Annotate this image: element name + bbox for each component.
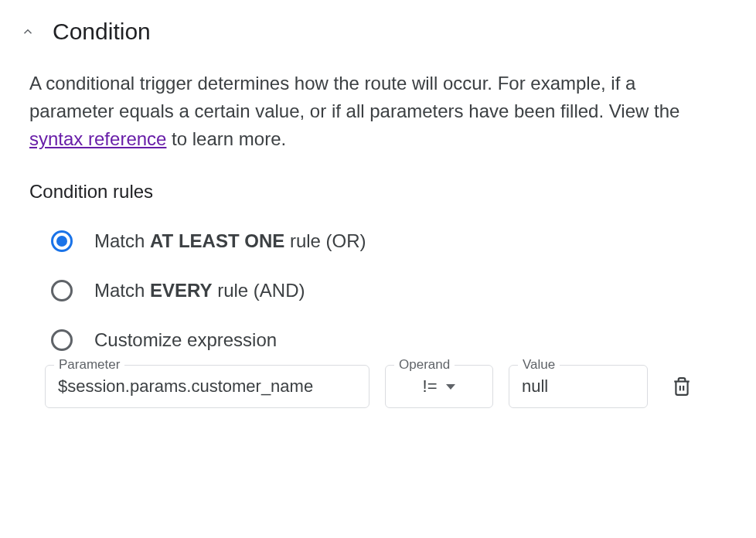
value-field-wrap: Value [509, 365, 648, 408]
radio-option-custom[interactable]: Customize expression [51, 329, 737, 351]
radio-icon [51, 329, 73, 351]
description-text-post: to learn more. [166, 128, 286, 149]
operand-label: Operand [394, 357, 455, 373]
radio-icon [51, 230, 73, 252]
section-title: Condition [53, 19, 151, 45]
trash-icon [672, 376, 692, 397]
syntax-reference-link[interactable]: syntax reference [29, 128, 166, 149]
condition-rule-row: Parameter Operand != Value [45, 365, 737, 408]
condition-rules-label: Condition rules [29, 181, 737, 203]
section-description: A conditional trigger determines how the… [29, 70, 725, 153]
operand-field-wrap: Operand != [385, 365, 493, 408]
parameter-field-wrap: Parameter [45, 365, 369, 408]
radio-option-and[interactable]: Match EVERY rule (AND) [51, 280, 737, 301]
delete-rule-button[interactable] [669, 374, 694, 399]
radio-label-custom: Customize expression [94, 329, 277, 351]
parameter-label: Parameter [54, 357, 124, 373]
chevron-up-icon[interactable] [19, 22, 37, 41]
radio-label-and: Match EVERY rule (AND) [94, 280, 305, 301]
description-text-pre: A conditional trigger determines how the… [29, 73, 679, 121]
radio-label-or: Match AT LEAST ONE rule (OR) [94, 230, 366, 252]
radio-group: Match AT LEAST ONE rule (OR) Match EVERY… [51, 230, 737, 351]
value-label: Value [518, 357, 560, 373]
caret-down-icon [446, 384, 455, 390]
operand-value: != [423, 376, 438, 397]
radio-icon [51, 280, 73, 301]
radio-option-or[interactable]: Match AT LEAST ONE rule (OR) [51, 230, 737, 252]
